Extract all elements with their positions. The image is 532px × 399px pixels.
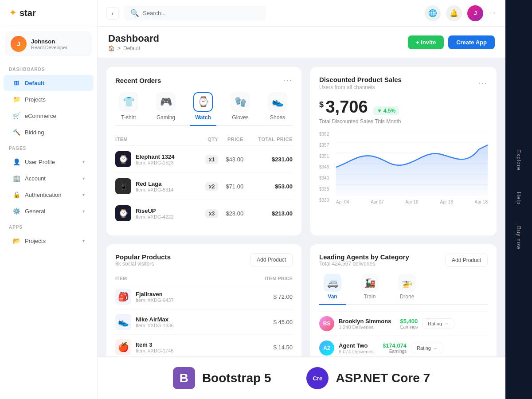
col-product-price: ITEM PRICE [235,273,293,284]
rating-button[interactable]: Rating → [411,343,443,353]
tab-shoes[interactable]: 👟 Shoes [264,92,291,125]
explore-button[interactable]: Explore [509,139,529,181]
agent-name: Agent Two [339,342,374,349]
chart-date: Apr 13 [440,200,453,204]
arrow-right-icon: → [444,321,449,326]
agents-add-product-button[interactable]: Add Product [445,254,488,267]
gaming-icon: 🎮 [156,92,176,112]
sales-number: 3,706 [325,98,368,117]
tab-train[interactable]: 🚂 Train [356,274,383,304]
products-table: ITEM ITEM PRICE 🎒 Fjallraven Item: #XDG-… [115,273,293,360]
chart-label: $335 [319,187,333,192]
item-info: 📱 Red Laga Item: #XDG-5314 [115,178,200,194]
agent-tabs: 🚐 Van 🚂 Train 🚁 Drone [319,274,488,305]
tab-gaming[interactable]: 🎮 Gaming [153,92,179,125]
tab-gloves[interactable]: 🧤 Gloves [227,92,254,125]
badge-arrow-icon: ▼ [377,108,382,114]
apps-label: APPS [0,219,97,232]
tab-van[interactable]: 🚐 Van [319,274,346,305]
content-area: Recent Orders ··· 👕 T-shirt 🎮 Gaming ⌚ W… [98,58,505,399]
more-options-icon[interactable]: ··· [283,76,293,85]
product-image: 👟 [115,314,131,330]
create-app-button[interactable]: Create App [448,35,495,49]
col-price: PRICE [218,133,243,146]
invite-button[interactable]: + Invite [408,35,444,49]
topbar-avatar[interactable]: J [467,5,483,21]
notification-icon-button[interactable]: 🔔 [446,5,462,21]
sidebar-item-ecommerce[interactable]: 🛒 eCommerce [4,108,94,124]
search-input[interactable] [143,10,260,16]
apps-section: APPS 📂 Projects ▾ [0,219,97,249]
folder2-icon: 📂 [12,237,20,245]
sidebar-item-general[interactable]: ⚙️ General ▾ [4,203,94,219]
dollar-sign: $ [319,100,324,110]
table-row: 📱 Red Laga Item: #XDG-5314 x2 $71.00 $53… [115,173,293,200]
tab-watch[interactable]: ⌚ Watch [190,92,216,126]
chart-label: $362 [319,132,333,137]
product-name: Nike AirMax [136,316,174,323]
grid-icon: ⊞ [12,79,20,87]
help-button[interactable]: Help [509,181,529,215]
sidebar-item-user-profile[interactable]: 👤 User Profile ▾ [4,154,94,170]
agent-stat: $174,074 Earnings [383,342,407,354]
add-product-button[interactable]: Add Product [250,253,293,266]
sidebar-item-projects-app[interactable]: 📂 Projects ▾ [4,233,94,249]
gloves-icon: 🧤 [231,92,250,112]
col-qty: QTY [200,133,218,146]
tab-drone[interactable]: 🚁 Drone [394,274,420,304]
user-card[interactable]: J Johnson React Developer [5,31,92,56]
recent-orders-title: Recent Orders [115,77,161,84]
rating-label: Rating [417,345,431,351]
collapse-button[interactable]: ‹ [106,7,119,20]
folder-icon: 📁 [12,95,20,103]
more-options-icon[interactable]: ··· [478,78,488,88]
product-image: 🎒 [115,289,131,305]
main-area: ‹ 🔍 🌐 🔔 J → Dashboard 🏠 > Default + Invi… [98,0,505,399]
gavel-icon: 🔨 [12,128,20,136]
item-image: 📱 [115,178,131,194]
sidebar-item-account[interactable]: 🏢 Account ▾ [4,170,94,186]
sidebar-item-default[interactable]: ⊞ Default [4,75,94,91]
breadcrumb-separator: > [117,45,121,51]
discounted-sales-title: Discounted Product Sales [319,76,402,83]
sidebar-item-bidding[interactable]: 🔨 Bidding [4,124,94,140]
page-header: Dashboard 🏠 > Default + Invite Create Ap… [98,27,505,58]
drone-icon: 🚁 [398,274,416,292]
header-actions: + Invite Create App [408,35,495,49]
buy-now-button[interactable]: Buy now [509,215,529,260]
logo-area: ✦ star [0,0,97,26]
sidebar-item-authentication-label: Authentication [25,192,61,198]
right-panel: Explore Help Buy now [505,0,532,399]
earnings-label: Earnings [383,349,407,354]
pages-label: PAGES [0,141,97,153]
van-icon: 🚐 [324,274,341,292]
sidebar-item-bidding-label: Bidding [25,129,44,136]
sales-amount: $ 3,706 ▼ 4.5% [319,98,488,117]
sidebar-item-projects[interactable]: 📁 Projects [4,91,94,107]
breadcrumb: 🏠 > Default [108,45,159,51]
table-row: ⌚ RiseUP Item: #XDG-4222 x3 $23.00 $213.… [115,200,293,227]
chart-date: Apr 10 [405,200,418,204]
item-info: ⌚ RiseUP Item: #XDG-4222 [115,205,200,221]
col-total: TOTAL PRICE [243,133,293,146]
bootstrap-text: Bootstrap 5 [202,371,271,385]
chart-date: Apr 04 [336,200,349,204]
watch-icon: ⌚ [193,92,213,112]
tshirt-icon: 👕 [119,92,138,112]
product-name: Fjallraven [136,291,174,297]
agent-stat: $5,400 Earnings [400,318,418,329]
orders-table: ITEM QTY PRICE TOTAL PRICE ⌚ Elephant 13… [115,133,293,227]
chart-date: Apr 18 [475,200,488,204]
item-id: Item: #XDG-1523 [136,160,174,165]
arrow-right-icon[interactable]: → [489,8,497,18]
title-area: Dashboard 🏠 > Default [108,33,159,51]
agent-info: Brooklyn Simmons 1,240 Deliveries [339,318,391,330]
item-info: ⌚ Elephant 1324 Item: #XDG-1523 [115,151,200,167]
sidebar-item-authentication[interactable]: 🔒 Authentication ▾ [4,187,94,203]
tab-tshirt[interactable]: 👕 T-shirt [115,92,142,125]
agent-earnings: $5,400 [400,318,418,325]
bootstrap-banner: B Bootstrap 5 [173,367,271,389]
search-icon: 🔍 [130,9,139,17]
globe-icon-button[interactable]: 🌐 [425,5,441,21]
rating-button[interactable]: Rating → [422,318,454,329]
